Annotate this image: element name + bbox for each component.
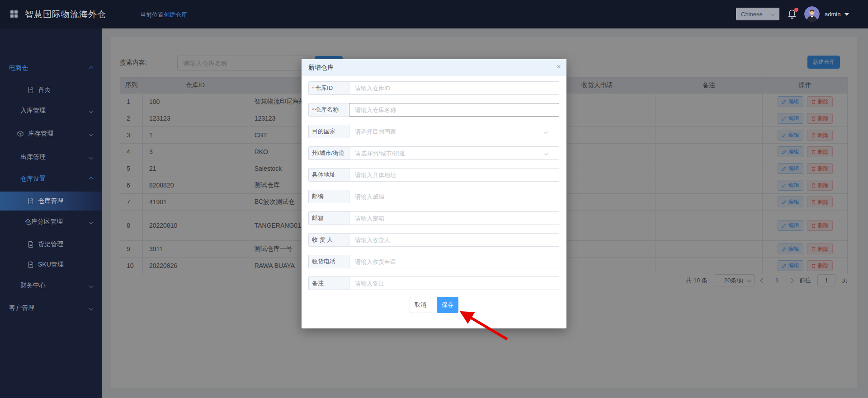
document-icon <box>28 241 33 248</box>
close-icon[interactable]: × <box>557 63 561 70</box>
sidebar-item-customer-management[interactable]: 客户管理 <box>0 299 102 317</box>
breadcrumb: 当前位置创建仓库 <box>140 11 187 19</box>
form-field-consignee: 收 货 人 <box>308 233 560 247</box>
top-header: 智慧国际物流海外仓 当前位置创建仓库 Chinese adm <box>0 0 868 28</box>
modal-title: 新增仓库 <box>308 64 334 72</box>
form-field-warehouse-name: *仓库名称 <box>308 103 560 117</box>
field-label: 具体地址 <box>308 168 349 182</box>
avatar[interactable] <box>804 6 820 22</box>
chevron-up-icon <box>89 66 94 70</box>
document-icon <box>28 198 33 204</box>
document-icon <box>28 87 33 93</box>
breadcrumb-link[interactable]: 创建仓库 <box>164 11 187 18</box>
sidebar-item-shelf-management[interactable]: 货架管理 <box>0 235 102 253</box>
cancel-button[interactable]: 取消 <box>410 297 431 313</box>
field-label: *仓库ID <box>308 81 349 95</box>
breadcrumb-prefix: 当前位置 <box>140 11 164 18</box>
language-select[interactable]: Chinese <box>736 8 779 20</box>
chevron-up-icon <box>89 177 94 181</box>
chevron-down-icon <box>89 131 94 136</box>
chevron-down-icon <box>89 306 94 310</box>
remark-input[interactable] <box>349 276 559 290</box>
chevron-down-icon <box>89 108 94 113</box>
address-input[interactable] <box>349 168 559 182</box>
postcode-input[interactable] <box>349 190 559 203</box>
sidebar-item-ecommerce-warehouse[interactable]: 电商仓 <box>0 59 102 77</box>
email-input[interactable] <box>349 211 559 225</box>
form-field-consignee-phone: 收货电话 <box>308 255 560 268</box>
sidebar-item-warehouse-partition-management[interactable]: 仓库分区管理 <box>0 213 102 231</box>
chevron-down-icon <box>89 155 94 159</box>
sidebar-nav: 电商仓 首页 入库管理 库存管理 出库管理 仓库设置 仓库管理 仓库分区管理 货… <box>0 28 102 398</box>
sidebar-item-inventory-management[interactable]: 库存管理 <box>0 125 102 143</box>
chevron-down-icon <box>89 220 94 224</box>
language-select-value: Chinese <box>741 11 763 18</box>
sidebar-item-warehouse-management[interactable]: 仓库管理 <box>0 192 102 211</box>
form-field-address: 具体地址 <box>308 168 560 182</box>
warehouse-name-input[interactable] <box>349 103 559 117</box>
form-field-destination-country: 目的国家 <box>308 125 560 138</box>
save-button[interactable]: 保存 <box>437 297 458 313</box>
username[interactable]: admin <box>825 11 840 18</box>
add-warehouse-modal: 新增仓库 × *仓库ID *仓库名称 目的国家 州/城市/街道 具体地址 邮编 <box>302 59 566 328</box>
app-title: 智慧国际物流海外仓 <box>25 9 106 20</box>
modal-header: 新增仓库 × <box>302 59 566 76</box>
sidebar-item-warehouse-settings[interactable]: 仓库设置 <box>0 170 102 188</box>
destination-country-select[interactable] <box>349 125 559 138</box>
apps-grid-icon[interactable] <box>10 10 18 18</box>
field-label: 邮编 <box>308 190 349 203</box>
field-label: 邮箱 <box>308 211 349 225</box>
cube-icon <box>17 131 24 137</box>
notification-badge <box>794 8 798 12</box>
sidebar-item-sku-management[interactable]: SKU管理 <box>0 256 102 274</box>
sidebar-item-outbound-management[interactable]: 出库管理 <box>0 148 102 166</box>
sidebar-item-finance-center[interactable]: 财务中心 <box>0 276 102 295</box>
app-root: 智慧国际物流海外仓 当前位置创建仓库 Chinese adm <box>0 0 868 398</box>
field-label: 州/城市/街道 <box>308 146 349 160</box>
state-city-street-select[interactable] <box>349 146 559 160</box>
field-label: 目的国家 <box>308 125 349 138</box>
form-field-email: 邮箱 <box>308 211 560 225</box>
form-field-remark: 备注 <box>308 276 560 290</box>
form-field-state-city-street: 州/城市/街道 <box>308 146 560 160</box>
chevron-down-icon <box>89 283 94 288</box>
form-field-postcode: 邮编 <box>308 190 560 203</box>
document-icon <box>28 262 33 268</box>
consignee-phone-input[interactable] <box>349 255 559 268</box>
notification-bell-icon[interactable] <box>788 9 797 20</box>
form-field-warehouse-id: *仓库ID <box>308 81 560 95</box>
field-label: 收货电话 <box>308 255 349 268</box>
field-label: *仓库名称 <box>308 103 349 117</box>
user-menu-caret-icon <box>844 13 849 16</box>
warehouse-id-input[interactable] <box>349 81 559 95</box>
field-label: 收 货 人 <box>308 233 349 247</box>
sidebar-item-home[interactable]: 首页 <box>0 81 102 99</box>
sidebar-item-inbound-management[interactable]: 入库管理 <box>0 102 102 120</box>
field-label: 备注 <box>308 276 349 290</box>
consignee-input[interactable] <box>349 233 559 247</box>
chevron-down-icon <box>771 12 775 16</box>
